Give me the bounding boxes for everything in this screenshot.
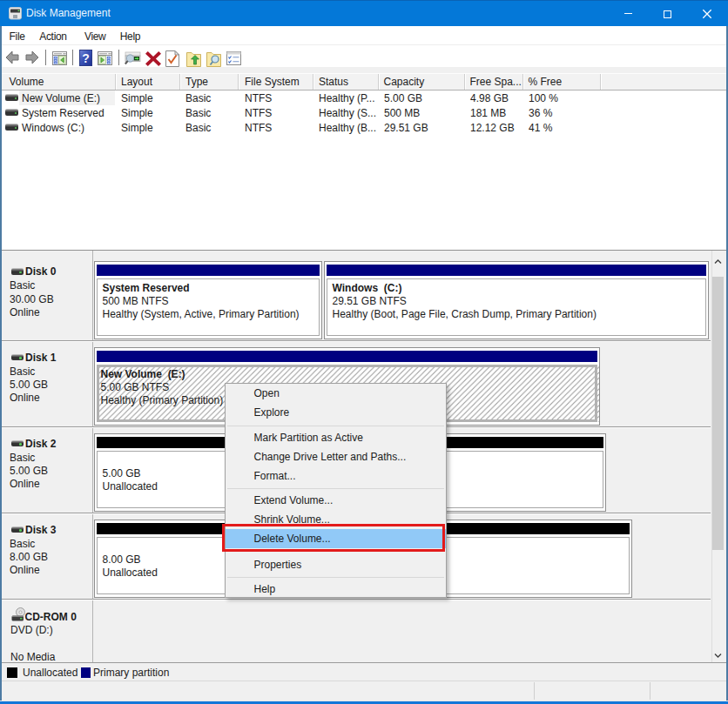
svg-text:?: ? — [82, 51, 90, 65]
